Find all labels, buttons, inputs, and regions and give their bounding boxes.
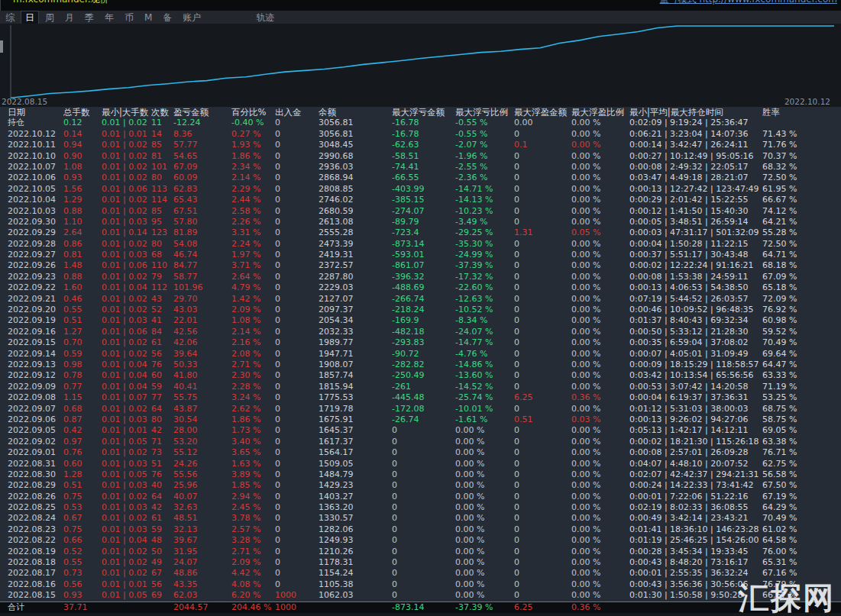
- column-header-hold-time[interactable]: 最小|平均|最大持仓时间: [627, 107, 760, 118]
- table-row[interactable]: 2022.09.010.760.01 | 0.027355.123.65 %01…: [0, 447, 841, 458]
- column-header-pnl-percent[interactable]: 百分比%: [229, 107, 273, 118]
- table-row[interactable]: 2022.10.051.560.01 | 0.0611362.832.29 %0…: [0, 184, 841, 195]
- total-row[interactable]: 合计37.712044.57204.46 %1000-873.14-37.39 …: [0, 601, 841, 613]
- table-row[interactable]: 2022.08.150.930.01 | 0.056962.036.20 %10…: [0, 590, 841, 601]
- column-header-count[interactable]: 次数: [149, 107, 171, 118]
- menu-item-9[interactable]: 备: [157, 11, 177, 24]
- cell-win-rate: 59.52 %: [760, 327, 841, 337]
- open-position-row[interactable]: 持仓0.120.01 | 0.0211-12.24-0.40 %03056.81…: [0, 118, 841, 128]
- table-row[interactable]: 2022.09.120.780.01 | 0.046041.802.30 %01…: [0, 370, 841, 381]
- table-row[interactable]: 2022.09.060.870.01 | 0.038030.541.86 %01…: [0, 414, 841, 425]
- table-row[interactable]: 2022.10.030.880.01 | 0.028567.512.58 %02…: [0, 206, 841, 217]
- website-link[interactable]: 盈亏模式 http://www.fxcommander.com: [660, 0, 837, 6]
- table-row[interactable]: 2022.09.292.640.01 | 0.1412381.893.31 %0…: [0, 227, 841, 238]
- menu-item-10[interactable]: 账户: [177, 11, 206, 24]
- table-row[interactable]: 2022.08.310.600.01 | 0.035124.261.63 %01…: [0, 459, 841, 469]
- table-row[interactable]: 2022.09.050.420.01 | 0.014228.001.73 %01…: [0, 425, 841, 436]
- menu-item-1[interactable]: 综: [0, 11, 20, 24]
- table-row[interactable]: 2022.09.020.970.01 | 0.057153.203.40 %01…: [0, 437, 841, 447]
- cell-count: 41: [149, 315, 171, 326]
- cell-win-rate: 61.95 %: [760, 184, 841, 195]
- cell-max-float-profit: 0: [512, 337, 569, 348]
- cell-pnl-percent: 2.44 %: [229, 195, 273, 205]
- cell-date: 2022.10.07: [0, 162, 61, 173]
- column-header-max-float-loss-pct[interactable]: 最大浮亏比例: [453, 107, 512, 118]
- cell-deposit-withdraw: 0: [273, 447, 316, 458]
- table-row[interactable]: 2022.09.090.770.01 | 0.045940.412.28 %01…: [0, 382, 841, 392]
- cell-deposit-withdraw: 0: [273, 437, 316, 447]
- table-row[interactable]: 2022.08.290.510.01 | 0.034025.961.85 %01…: [0, 480, 841, 491]
- menu-item-6[interactable]: 年: [99, 11, 119, 24]
- cell-min-max-lots: 0.01 | 0.14: [99, 227, 149, 238]
- menu-item-4[interactable]: 月: [60, 11, 79, 24]
- column-header-min-max-lots[interactable]: 最小|大手数: [99, 107, 149, 118]
- table-row[interactable]: 2022.09.301.100.01 | 0.039557.802.26 %02…: [0, 217, 841, 227]
- menu-item-3[interactable]: 周: [40, 11, 60, 24]
- cell-pnl-amount: 67.09: [171, 162, 229, 173]
- cell-win-rate: 69.64 %: [760, 349, 841, 360]
- table-row[interactable]: 2022.09.190.510.01 | 0.034122.011.08 %02…: [0, 315, 841, 326]
- menu-item-7[interactable]: 币: [119, 11, 139, 24]
- column-header-total-lots[interactable]: 总手数: [61, 107, 99, 118]
- column-header-max-float-profit-pct[interactable]: 最大浮盈比例: [569, 107, 627, 118]
- cell-max-float-profit: 0: [512, 239, 569, 250]
- menu-item-5[interactable]: 季: [79, 11, 99, 24]
- cell-min-max-lots: 0.01 | 0.02: [99, 557, 149, 568]
- column-header-win-rate[interactable]: 胜率: [760, 107, 841, 118]
- table-row[interactable]: 2022.09.081.150.01 | 0.077755.753.24 %01…: [0, 392, 841, 403]
- table-row[interactable]: 2022.08.230.750.01 | 0.035932.132.57 %01…: [0, 524, 841, 535]
- table-row[interactable]: 2022.10.071.080.01 | 0.0210167.092.34 %0…: [0, 162, 841, 173]
- column-header-pnl-amount[interactable]: 盈亏金额: [171, 107, 229, 118]
- table-row[interactable]: 2022.10.041.290.01 | 0.0211465.432.44 %0…: [0, 195, 841, 205]
- cell-max-float-loss-pct: -14.77 %: [453, 337, 512, 348]
- cell-max-float-loss: -445.48: [390, 392, 453, 403]
- table-row[interactable]: 2022.09.150.700.01 | 0.026142.062.16 %01…: [0, 337, 841, 348]
- table-header-row[interactable]: 日期总手数最小|大手数次数盈亏金额百分比%出入金余额最大浮亏金额最大浮亏比例最大…: [0, 107, 841, 118]
- cell-balance: 2990.68: [316, 151, 390, 162]
- cell-pnl-amount: 57.80: [171, 217, 229, 227]
- column-header-max-float-loss[interactable]: 最大浮亏金额: [390, 107, 453, 118]
- table-row[interactable]: 2022.09.280.860.01 | 0.028054.082.24 %02…: [0, 239, 841, 250]
- column-header-deposit-withdraw[interactable]: 出入金: [273, 107, 316, 118]
- menu-item-2[interactable]: 日: [21, 11, 39, 24]
- cell-deposit-withdraw: 0: [273, 513, 316, 524]
- table-row[interactable]: 2022.08.220.660.01 | 0.044839.673.28 %01…: [0, 535, 841, 546]
- table-row[interactable]: 2022.09.270.810.01 | 0.036846.741.97 %02…: [0, 250, 841, 260]
- table-row[interactable]: 2022.08.160.560.01 | 0.015643.354.08 %01…: [0, 579, 841, 590]
- cell-hold-time: 0:00:02 | 18:21:30 | 115:26:18: [627, 437, 760, 447]
- menu-item-8[interactable]: M: [139, 11, 157, 24]
- table-row[interactable]: 2022.09.261.480.01 | 0.0611084.773.71 %0…: [0, 260, 841, 271]
- table-row[interactable]: 2022.09.221.600.01 | 0.04112101.964.79 %…: [0, 282, 841, 293]
- table-row[interactable]: 2022.08.190.520.01 | 0.025031.952.71 %01…: [0, 547, 841, 557]
- table-row[interactable]: 2022.08.260.750.01 | 0.026440.072.94 %01…: [0, 492, 841, 502]
- cell-balance: 3056.81: [316, 118, 390, 128]
- table-row[interactable]: 2022.08.240.670.01 | 0.026148.513.78 %01…: [0, 513, 841, 524]
- table-row[interactable]: 2022.08.250.530.01 | 0.034232.632.45 %01…: [0, 502, 841, 513]
- table-row[interactable]: 2022.09.070.680.01 | 0.026443.872.62 %01…: [0, 404, 841, 414]
- menu-item-11[interactable]: 轨迹: [251, 11, 280, 24]
- cell-hold-time: 0:00:50 | 5:33:12 | 21:28:30: [627, 327, 760, 337]
- table-row[interactable]: 2022.09.130.980.01 | 0.047650.332.71 %01…: [0, 360, 841, 370]
- column-header-max-float-profit[interactable]: 最大浮盈金额: [512, 107, 569, 118]
- table-row[interactable]: 2022.09.140.590.01 | 0.025639.642.08 %01…: [0, 349, 841, 360]
- table-row[interactable]: 2022.10.100.900.01 | 0.028154.651.86 %02…: [0, 151, 841, 162]
- table-row[interactable]: 2022.10.120.140.01 | 0.01148.360.27 %030…: [0, 129, 841, 140]
- table-row[interactable]: 2022.10.060.930.01 | 0.028060.092.14 %02…: [0, 173, 841, 183]
- column-header-date[interactable]: 日期: [0, 107, 61, 118]
- table-row[interactable]: 2022.09.210.460.01 | 0.024329.701.42 %02…: [0, 294, 841, 305]
- cell-deposit-withdraw: 0: [273, 480, 316, 491]
- table-row[interactable]: 2022.08.180.550.01 | 0.024924.072.09 %01…: [0, 557, 841, 568]
- table-row[interactable]: 2022.09.161.270.01 | 0.068442.562.14 %02…: [0, 327, 841, 337]
- column-header-balance[interactable]: 余额: [316, 107, 390, 118]
- cell-pnl-percent: 4.08 %: [229, 579, 273, 590]
- table-row[interactable]: 2022.09.200.550.01 | 0.025243.032.09 %02…: [0, 305, 841, 315]
- cell-pnl-percent: 3.28 %: [229, 535, 273, 546]
- table-row[interactable]: 2022.09.230.880.01 | 0.027958.772.64 %02…: [0, 272, 841, 282]
- cell-max-float-profit: 0: [512, 404, 569, 414]
- table-row[interactable]: 2022.08.301.280.01 | 0.057655.563.89 %01…: [0, 469, 841, 480]
- cell-count: 68: [149, 250, 171, 260]
- cell-min-max-lots: 0.01 | 0.02: [99, 547, 149, 557]
- table-row[interactable]: 2022.08.170.730.01 | 0.026748.864.42 %01…: [0, 568, 841, 579]
- left-edge-handle[interactable]: [0, 40, 3, 53]
- table-row[interactable]: 2022.10.110.940.01 | 0.028557.771.93 %03…: [0, 140, 841, 150]
